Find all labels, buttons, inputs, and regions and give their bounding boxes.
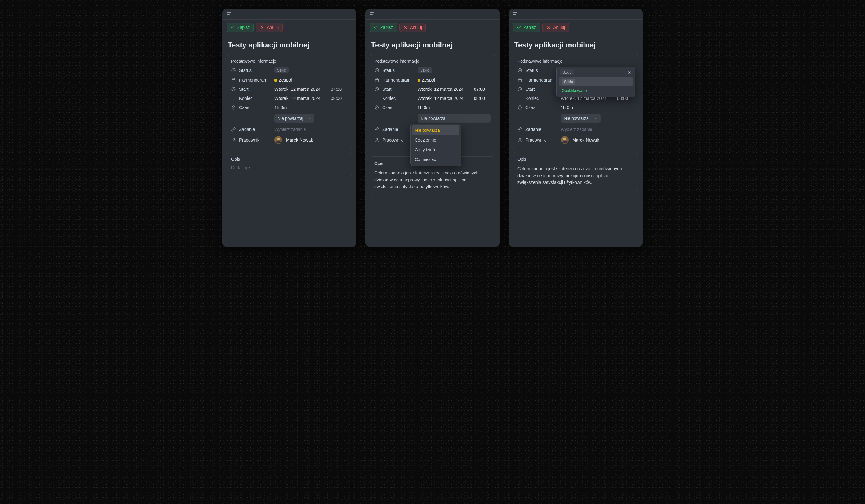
- employee-label: Pracownik: [382, 138, 403, 142]
- title-area[interactable]: Testy aplikacji mobilnej: [509, 35, 643, 53]
- timer-icon: [374, 105, 379, 110]
- status-option-published[interactable]: Opublikowano: [558, 86, 633, 95]
- svg-point-3: [233, 70, 234, 71]
- status-icon: [231, 68, 236, 73]
- toolbar: Zapisz Anuluj: [366, 20, 499, 35]
- schedule-value[interactable]: Zespół: [418, 78, 491, 82]
- close-icon: [403, 25, 407, 30]
- end-time: 08:00: [474, 96, 485, 101]
- description-input[interactable]: Dodaj opis...: [231, 165, 347, 172]
- section-title: Podstawowe informacje: [518, 59, 634, 63]
- task-value[interactable]: Wybierz zadanie: [274, 127, 347, 132]
- start-label: Start: [382, 87, 392, 92]
- clock-icon: [518, 87, 522, 92]
- basic-info-section: Podstawowe informacje Status Szkic Harmo…: [370, 54, 495, 153]
- cancel-button[interactable]: Anuluj: [256, 23, 282, 32]
- end-value[interactable]: Wtorek, 12 marca 2024 08:00: [418, 96, 491, 101]
- status-label: Status: [382, 68, 395, 73]
- svg-rect-4: [232, 79, 235, 82]
- title-area[interactable]: Testy aplikacji mobilnej: [222, 35, 356, 53]
- description-text[interactable]: Celem zadania jest skuteczna realizacja …: [518, 165, 634, 186]
- status-badge: Szkic: [274, 67, 289, 73]
- panel-1: Zapisz Anuluj Testy aplikacji mobilnej P…: [222, 9, 356, 247]
- start-row: Start Wtorek, 12 marca 2024 07:00: [374, 87, 491, 92]
- schedule-label: Harmonogram: [382, 78, 411, 82]
- cancel-button[interactable]: Anuluj: [399, 23, 426, 32]
- status-popover: Szkic Szkic Opublikowano: [556, 67, 635, 97]
- duration-row: Czas 1h 0m: [231, 105, 347, 110]
- end-label: Koniec: [239, 96, 253, 101]
- cancel-label: Anuluj: [553, 25, 565, 30]
- svg-point-42: [519, 139, 520, 140]
- schedule-row: Harmonogram Zespół: [231, 78, 347, 82]
- employee-value[interactable]: Marek Nowak: [274, 136, 347, 144]
- timer-icon: [231, 105, 236, 110]
- status-option-draft[interactable]: Szkic: [558, 77, 633, 86]
- start-value[interactable]: Wtorek, 12 marca 2024 07:00: [274, 87, 347, 92]
- svg-point-16: [375, 69, 379, 72]
- status-value[interactable]: Szkic: [418, 67, 491, 73]
- repeat-value: Nie powtarzaj: [420, 116, 447, 121]
- toolbar: Zapisz Anuluj: [509, 20, 643, 35]
- task-label: Zadanie: [526, 127, 541, 132]
- status-value[interactable]: Szkic: [274, 67, 347, 73]
- start-value[interactable]: Wtorek, 12 marca 2024 07:00: [418, 87, 491, 92]
- repeat-option-2[interactable]: Co tydzień: [412, 145, 459, 155]
- link-icon: [374, 127, 379, 132]
- save-button[interactable]: Zapisz: [370, 23, 397, 32]
- status-label: Status: [239, 68, 252, 73]
- team-color-dot: [274, 79, 277, 82]
- employee-name: Marek Nowak: [572, 138, 599, 142]
- task-value[interactable]: Wybierz zadanie: [561, 127, 634, 132]
- repeat-dropdown[interactable]: Nie powtarzaj: [561, 114, 601, 122]
- panel-header: [509, 9, 643, 20]
- link-icon: [231, 127, 236, 132]
- repeat-option-0[interactable]: Nie powtarzaj: [412, 125, 459, 135]
- svg-point-12: [233, 139, 234, 140]
- text-cursor: [453, 43, 453, 50]
- end-date: Wtorek, 12 marca 2024: [418, 96, 464, 101]
- title-area[interactable]: Testy aplikacji mobilnej: [366, 35, 499, 53]
- repeat-option-3[interactable]: Co miesiąc: [412, 155, 459, 164]
- chevron-down-icon: [308, 117, 311, 120]
- cancel-button[interactable]: Anuluj: [542, 23, 569, 32]
- section-title: Podstawowe informacje: [231, 59, 347, 63]
- schedule-value[interactable]: Zespół: [274, 78, 347, 82]
- menu-icon[interactable]: [370, 12, 374, 16]
- employee-value[interactable]: Marek Nowak: [561, 136, 634, 144]
- repeat-option-1[interactable]: Codziennie: [412, 135, 459, 145]
- save-label: Zapisz: [523, 25, 536, 30]
- repeat-value: Nie powtarzaj: [564, 116, 590, 121]
- end-row: Koniec Wtorek, 12 marca 2024 08:00: [374, 96, 491, 101]
- svg-point-43: [564, 138, 566, 140]
- avatar: [274, 136, 282, 144]
- menu-icon[interactable]: [513, 12, 518, 16]
- end-row: Koniec Wtorek, 12 marca 2024 08:00: [231, 96, 347, 101]
- calendar-icon: [518, 78, 522, 82]
- repeat-dropdown-open[interactable]: Nie powtarzaj: [418, 114, 491, 122]
- svg-point-30: [518, 69, 522, 72]
- task-label: Zadanie: [239, 127, 255, 132]
- text-cursor: [310, 43, 310, 50]
- save-button[interactable]: Zapisz: [513, 23, 540, 32]
- description-text[interactable]: Celem zadania jest skuteczna realizacja …: [374, 169, 491, 190]
- check-icon: [517, 25, 521, 30]
- start-date: Wtorek, 12 marca 2024: [418, 87, 464, 92]
- save-label: Zapisz: [237, 25, 250, 30]
- duration-value: 1h 0m: [274, 105, 347, 110]
- employee-name: Marek Nowak: [286, 138, 313, 142]
- calendar-icon: [231, 78, 236, 82]
- start-time: 07:00: [474, 87, 485, 92]
- close-icon[interactable]: [627, 70, 632, 75]
- basic-info-section: Podstawowe informacje Status Szkic Harmo…: [227, 54, 352, 149]
- menu-icon[interactable]: [227, 12, 231, 16]
- clock-icon: [374, 87, 379, 92]
- end-value[interactable]: Wtorek, 12 marca 2024 08:00: [274, 96, 347, 101]
- duration-row: Czas 1h 0m: [374, 105, 491, 110]
- clock-icon: [231, 87, 236, 92]
- repeat-dropdown[interactable]: Nie powtarzaj: [274, 114, 314, 122]
- close-icon: [260, 25, 264, 30]
- save-button[interactable]: Zapisz: [227, 23, 254, 32]
- start-row: Start Wtorek, 12 marca 2024 07:00: [231, 87, 347, 92]
- timer-icon: [518, 105, 522, 110]
